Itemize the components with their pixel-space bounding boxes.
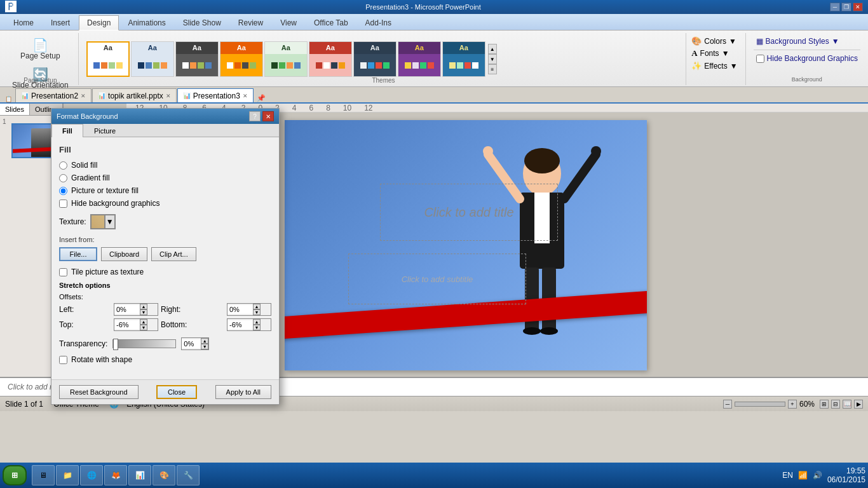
- doc-tab-presentation3[interactable]: 📊 Presentation3 ✕: [177, 88, 254, 102]
- close-dialog-button[interactable]: Close: [156, 385, 197, 399]
- rotate-checkbox[interactable]: Rotate with shape: [59, 355, 271, 364]
- gradient-fill-radio[interactable]: [59, 174, 67, 182]
- taskbar-app-5[interactable]: 📊: [128, 465, 151, 485]
- tab-review[interactable]: Review: [230, 15, 271, 30]
- tab-addins[interactable]: Add-Ins: [357, 15, 400, 30]
- dialog-help-button[interactable]: ?: [249, 111, 261, 121]
- tab-design[interactable]: Design: [79, 15, 119, 30]
- zoom-out-button[interactable]: ─: [723, 400, 732, 409]
- top-spin-down[interactable]: ▼: [140, 325, 147, 330]
- doc-tab-close-presentation2[interactable]: ✕: [81, 93, 86, 99]
- slide-title-placeholder[interactable]: Click to add title: [380, 184, 558, 241]
- solid-fill-radio[interactable]: [59, 161, 67, 170]
- taskbar-app-2[interactable]: 📁: [56, 465, 79, 485]
- right-value[interactable]: [227, 305, 253, 314]
- tab-slideshow[interactable]: Slide Show: [175, 15, 229, 30]
- slide-subtitle-placeholder[interactable]: Click to add subtitle: [348, 254, 526, 304]
- close-button[interactable]: ✕: [853, 3, 863, 11]
- reading-view-btn[interactable]: 📖: [843, 400, 851, 409]
- tile-checkbox[interactable]: Tile picture as texture: [59, 268, 271, 276]
- top-spin-up[interactable]: ▲: [140, 319, 147, 325]
- left-spin-up[interactable]: ▲: [140, 304, 147, 309]
- slide-sorter-btn[interactable]: ⊟: [831, 400, 840, 409]
- tab-animations[interactable]: Animations: [119, 15, 173, 30]
- hide-bg-checkbox-dialog[interactable]: [59, 200, 67, 208]
- bottom-spin-down[interactable]: ▼: [253, 325, 261, 330]
- tab-officetab[interactable]: Office Tab: [306, 15, 356, 30]
- clipboard-button[interactable]: Clipboard: [101, 247, 147, 261]
- theme-item-6[interactable]: Aa: [309, 41, 352, 77]
- taskbar-app-4[interactable]: 🦊: [104, 465, 127, 485]
- file-button[interactable]: File...: [59, 247, 97, 261]
- taskbar-app-7[interactable]: 🔧: [177, 465, 200, 485]
- theme-item-3[interactable]: Aa: [175, 41, 219, 77]
- theme-item-4[interactable]: Aa: [220, 41, 263, 77]
- taskbar-app-6[interactable]: 🎨: [153, 465, 175, 485]
- trans-spin-up[interactable]: ▲: [201, 338, 208, 344]
- left-value[interactable]: [114, 305, 140, 314]
- theme-item-2[interactable]: Aa: [131, 41, 174, 77]
- hide-bg-button[interactable]: Hide Background Graphics: [754, 53, 860, 64]
- theme-item-8[interactable]: Aa: [398, 41, 441, 77]
- clip-art-button[interactable]: Clip Art...: [151, 247, 196, 261]
- gradient-fill-option[interactable]: Gradient fill: [59, 173, 271, 182]
- top-offset-input[interactable]: ▲ ▼: [114, 318, 158, 331]
- themes-scroll-all[interactable]: ≡: [488, 64, 497, 74]
- taskbar-app-3[interactable]: 🌐: [80, 465, 103, 485]
- slide-canvas[interactable]: Click to add title Click to add subtitle: [285, 120, 647, 370]
- slider-handle[interactable]: [113, 339, 118, 350]
- fonts-button[interactable]: A Fonts ▼: [689, 48, 740, 59]
- bg-styles-button[interactable]: ▦ Background Styles ▼: [754, 36, 860, 47]
- apply-to-all-button[interactable]: Apply to All: [215, 385, 271, 399]
- left-offset-input[interactable]: ▲ ▼: [114, 303, 158, 316]
- tab-insert[interactable]: Insert: [43, 15, 78, 30]
- bottom-spin-up[interactable]: ▲: [253, 319, 261, 325]
- page-setup-button[interactable]: 📄 Page Setup: [16, 36, 65, 64]
- theme-item-default[interactable]: Aa: [86, 41, 130, 77]
- right-spin-down[interactable]: ▼: [253, 309, 261, 315]
- theme-item-9[interactable]: Aa: [442, 41, 485, 77]
- hide-bg-checkbox[interactable]: [756, 55, 764, 63]
- picture-texture-radio[interactable]: [59, 187, 67, 195]
- themes-scroll-down[interactable]: ▼: [488, 54, 497, 64]
- rotate-checkbox-input[interactable]: [59, 356, 67, 364]
- doc-tab-close-topik[interactable]: ✕: [166, 93, 171, 99]
- restore-button[interactable]: ❐: [841, 3, 851, 11]
- bottom-value[interactable]: [227, 320, 253, 329]
- slideshow-btn[interactable]: ▶: [854, 400, 863, 409]
- top-value[interactable]: [114, 320, 140, 329]
- dialog-close-x-button[interactable]: ✕: [262, 111, 274, 121]
- left-spin-down[interactable]: ▼: [140, 309, 147, 315]
- zoom-slider[interactable]: [735, 402, 785, 407]
- transparency-value[interactable]: [182, 339, 201, 348]
- bottom-offset-input[interactable]: ▲ ▼: [227, 318, 271, 331]
- colors-button[interactable]: 🎨 Colors ▼: [689, 36, 740, 46]
- picture-texture-option[interactable]: Picture or texture fill: [59, 186, 271, 195]
- transparency-slider[interactable]: [112, 339, 176, 348]
- taskbar-app-1[interactable]: 🖥: [32, 465, 55, 485]
- dialog-tab-picture[interactable]: Picture: [83, 124, 126, 137]
- right-offset-input[interactable]: ▲ ▼: [227, 303, 271, 316]
- start-button[interactable]: ⊞: [3, 465, 27, 485]
- new-doc-button[interactable]: 📌: [257, 94, 266, 102]
- dialog-tab-fill[interactable]: Fill: [51, 124, 83, 137]
- minimize-button[interactable]: ─: [830, 3, 840, 11]
- theme-item-7[interactable]: Aa: [353, 41, 397, 77]
- texture-dropdown-button[interactable]: ▼: [105, 215, 115, 229]
- hide-bg-option[interactable]: Hide background graphics: [59, 199, 271, 208]
- theme-item-5[interactable]: Aa: [264, 41, 308, 77]
- doc-tab-topik[interactable]: 📊 topik artikel.pptx ✕: [92, 88, 177, 102]
- effects-button[interactable]: ✨ Effects ▼: [689, 60, 740, 71]
- doc-tab-close-p3[interactable]: ✕: [243, 93, 248, 99]
- tab-home[interactable]: Home: [5, 15, 42, 30]
- transparency-input[interactable]: ▲ ▼: [181, 337, 209, 350]
- right-spin-up[interactable]: ▲: [253, 304, 261, 309]
- tile-picture-checkbox[interactable]: [59, 268, 67, 276]
- reset-background-button[interactable]: Reset Background: [59, 385, 139, 399]
- trans-spin-down[interactable]: ▼: [201, 344, 208, 349]
- zoom-in-button[interactable]: +: [788, 400, 797, 409]
- normal-view-btn[interactable]: ⊞: [820, 400, 829, 409]
- themes-scroll-up[interactable]: ▲: [488, 44, 497, 54]
- panel-tab-slides[interactable]: Slides: [0, 104, 30, 115]
- tab-view[interactable]: View: [272, 15, 305, 30]
